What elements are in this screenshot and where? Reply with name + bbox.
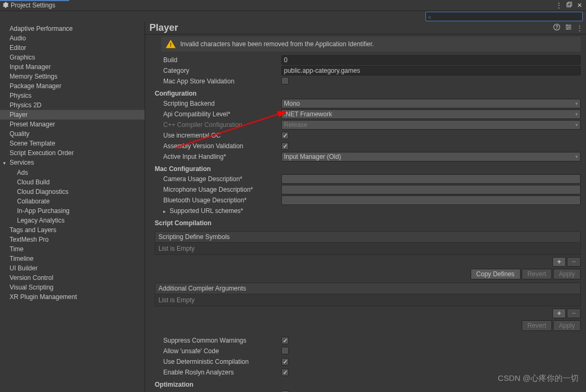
- api-compat-dropdown[interactable]: .NET Framework▾: [281, 109, 581, 119]
- sidebar-item-textmesh-pro[interactable]: TextMesh Pro: [0, 235, 145, 244]
- tab-active-indicator: [0, 0, 69, 1]
- sidebar-item-tags-and-layers[interactable]: Tags and Layers: [0, 225, 145, 235]
- sidebar-item-time[interactable]: Time: [0, 244, 145, 254]
- presets-icon[interactable]: [565, 23, 572, 32]
- remove-define-button[interactable]: −: [567, 257, 581, 267]
- macappstore-label: Mac App Store Validation: [155, 78, 281, 85]
- undock-icon[interactable]: [565, 2, 573, 9]
- category-label: Category: [155, 67, 281, 74]
- apply-args-button: Apply: [553, 320, 581, 331]
- input-handling-dropdown[interactable]: Input Manager (Old)▾: [281, 152, 581, 161]
- cpp-config-label: C++ Compiler Configuration: [155, 121, 281, 129]
- sidebar-item-visual-scripting[interactable]: Visual Scripting: [0, 283, 145, 292]
- menu-icon[interactable]: ⋮: [576, 24, 582, 32]
- sidebar-item-adaptive-performance[interactable]: Adaptive Performance: [0, 24, 145, 33]
- sidebar-item-collaborate[interactable]: Collaborate: [0, 197, 145, 206]
- chevron-down-icon: ▾: [575, 122, 578, 127]
- deterministic-checkbox[interactable]: [281, 358, 289, 365]
- suppress-warnings-checkbox[interactable]: [281, 337, 289, 344]
- sidebar-item-physics-2d[interactable]: Physics 2D: [0, 100, 145, 110]
- sidebar-item-package-manager[interactable]: Package Manager: [0, 81, 145, 91]
- build-label: Build: [155, 56, 281, 64]
- warning-box: Invalid characters have been removed fro…: [161, 37, 581, 52]
- help-icon[interactable]: [553, 23, 560, 32]
- sidebar-item-preset-manager[interactable]: Preset Manager: [0, 120, 145, 129]
- camera-usage-label: Camera Usage Description*: [155, 175, 281, 183]
- options-icon[interactable]: ⋮: [554, 2, 563, 9]
- section-optimization: Optimization: [155, 378, 581, 389]
- sidebar-item-quality[interactable]: Quality: [0, 129, 145, 139]
- svg-point-3: [566, 24, 568, 26]
- svg-rect-0: [567, 3, 571, 7]
- sidebar-item-xr-plugin-management[interactable]: XR Plugin Management: [0, 292, 145, 302]
- additional-args-body: List is Empty: [155, 294, 581, 306]
- sidebar-item-ads[interactable]: Ads: [0, 168, 145, 177]
- warning-text: Invalid characters have been removed fro…: [180, 40, 374, 48]
- camera-usage-input[interactable]: [281, 174, 581, 184]
- assembly-validation-label: Assembly Version Validation: [155, 142, 281, 150]
- search-bar: ⌕: [0, 11, 586, 22]
- search-box[interactable]: ⌕: [425, 12, 583, 21]
- section-configuration: Configuration: [155, 87, 581, 98]
- bluetooth-usage-input[interactable]: [281, 195, 581, 205]
- sidebar-item-memory-settings[interactable]: Memory Settings: [0, 72, 145, 81]
- allow-unsafe-checkbox[interactable]: [281, 347, 289, 354]
- build-input[interactable]: [281, 55, 581, 65]
- chevron-down-icon: ▾: [575, 101, 578, 106]
- titlebar: Project Settings ⋮ ✕: [0, 0, 586, 11]
- scripting-defines-header: Scripting Define Symbols: [155, 231, 581, 243]
- cpp-config-dropdown: Release▾: [281, 120, 581, 130]
- roslyn-checkbox[interactable]: [281, 369, 289, 376]
- macappstore-checkbox[interactable]: [281, 77, 289, 84]
- add-arg-button[interactable]: +: [552, 309, 566, 318]
- mic-usage-input[interactable]: [281, 185, 581, 194]
- sidebar-item-in-app-purchasing[interactable]: In-App Purchasing: [0, 206, 145, 216]
- revert-defines-button: Revert: [522, 269, 552, 279]
- sidebar-item-scene-template[interactable]: Scene Template: [0, 139, 145, 148]
- sidebar-item-audio[interactable]: Audio: [0, 33, 145, 43]
- sidebar-item-services[interactable]: Services: [0, 158, 145, 168]
- window-title: Project Settings: [11, 2, 55, 9]
- search-icon: ⌕: [428, 14, 431, 20]
- sidebar-item-version-control[interactable]: Version Control: [0, 273, 145, 283]
- bluetooth-usage-label: Bluetooth Usage Description*: [155, 197, 281, 204]
- chevron-down-icon: ▾: [575, 154, 578, 159]
- sidebar-item-ui-builder[interactable]: UI Builder: [0, 263, 145, 273]
- sidebar-item-editor[interactable]: Editor: [0, 43, 145, 53]
- input-handling-label: Active Input Handling*: [155, 153, 281, 160]
- sidebar-item-cloud-diagnostics[interactable]: Cloud Diagnostics: [0, 187, 145, 197]
- scripting-backend-label: Scripting Backend: [155, 100, 281, 107]
- additional-args-header: Additional Compiler Arguments: [155, 283, 581, 294]
- scripting-defines-body: List is Empty: [155, 243, 581, 255]
- sidebar-item-graphics[interactable]: Graphics: [0, 53, 145, 62]
- scripting-backend-dropdown[interactable]: Mono▾: [281, 99, 581, 108]
- suppress-warnings-label: Suppress Common Warnings: [155, 337, 281, 344]
- search-input[interactable]: [432, 13, 580, 20]
- category-input[interactable]: [281, 66, 581, 75]
- assembly-validation-checkbox[interactable]: [281, 142, 289, 150]
- add-define-button[interactable]: +: [552, 257, 566, 267]
- incremental-gc-checkbox[interactable]: [281, 132, 289, 139]
- content-scroll[interactable]: Invalid characters have been removed fro…: [145, 35, 586, 392]
- content-header: Player ⋮: [145, 22, 586, 35]
- sidebar-item-timeline[interactable]: Timeline: [0, 254, 145, 263]
- prebake-checkbox[interactable]: [281, 390, 289, 393]
- copy-defines-button[interactable]: Copy Defines: [471, 269, 521, 279]
- remove-arg-button[interactable]: −: [567, 309, 581, 318]
- sidebar-item-legacy-analytics[interactable]: Legacy Analytics: [0, 216, 145, 225]
- close-icon[interactable]: ✕: [575, 2, 584, 9]
- content-panel: Player ⋮ Invalid characters have been re…: [145, 22, 586, 392]
- sidebar-item-physics[interactable]: Physics: [0, 91, 145, 100]
- sidebar-item-player[interactable]: Player: [0, 110, 145, 120]
- section-mac-config: Mac Configuration: [155, 162, 581, 174]
- apply-defines-button: Apply: [553, 269, 581, 279]
- allow-unsafe-label: Allow 'unsafe' Code: [155, 347, 281, 355]
- sidebar-item-cloud-build[interactable]: Cloud Build: [0, 177, 145, 187]
- section-script-compilation: Script Compilation: [155, 216, 581, 228]
- sidebar-item-script-execution-order[interactable]: Script Execution Order: [0, 148, 145, 158]
- svg-point-5: [567, 28, 568, 30]
- chevron-down-icon: ▾: [575, 112, 578, 117]
- url-schemes-foldout[interactable]: Supported URL schemes*: [155, 207, 281, 215]
- sidebar-item-input-manager[interactable]: Input Manager: [0, 62, 145, 72]
- svg-rect-1: [568, 2, 572, 6]
